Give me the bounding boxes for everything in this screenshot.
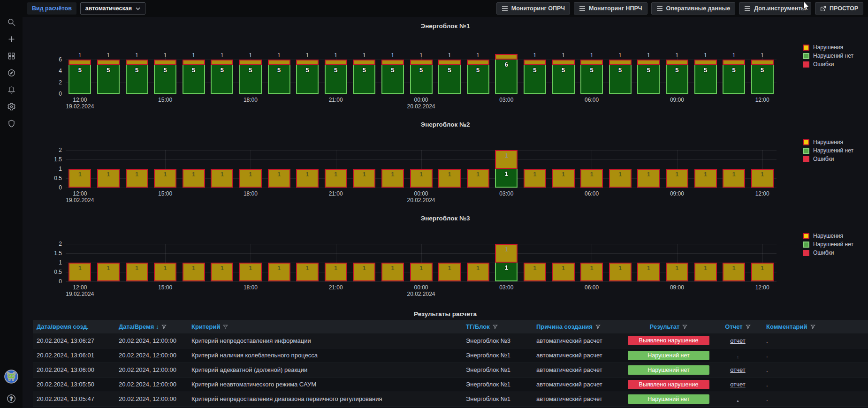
filter-icon[interactable] — [161, 324, 167, 329]
search-icon[interactable] — [2, 17, 21, 27]
column-header[interactable]: Причина создания — [533, 320, 624, 333]
bar-segment-violation[interactable] — [694, 60, 717, 65]
bar-segment-violation[interactable] — [580, 60, 603, 65]
filter-icon[interactable] — [682, 324, 687, 329]
bar-segment-violation[interactable] — [495, 54, 518, 60]
bar-value-label: 1 — [126, 264, 148, 272]
bar-segment-violation[interactable] — [751, 60, 774, 65]
menu-icon — [656, 6, 663, 11]
bar-value-label: 1 — [580, 264, 603, 272]
help-icon[interactable]: ? — [2, 393, 21, 404]
filter-icon[interactable] — [493, 324, 498, 329]
filter-icon[interactable] — [746, 324, 751, 329]
panel-title: Результаты расчета — [23, 310, 868, 317]
bar-segment-violation[interactable] — [609, 60, 632, 65]
bar-segment-violation[interactable] — [381, 60, 404, 65]
bar-value-label: 1 — [410, 52, 433, 59]
column-header[interactable]: Комментарий — [762, 320, 868, 333]
dashboards-icon[interactable] — [2, 51, 21, 61]
report-link[interactable]: отчет — [730, 381, 745, 388]
x-axis-label: 09:00 — [661, 190, 693, 197]
legend-item[interactable]: Нарушения — [803, 44, 853, 51]
filter-icon[interactable] — [595, 324, 601, 329]
created-cell: 20.02.2024, 13:06:01 — [33, 348, 115, 363]
report-link[interactable]: отчет — [730, 337, 745, 344]
bar-segment-violation[interactable] — [296, 60, 319, 65]
x-axis-label: 15:00 — [149, 284, 182, 291]
bar-segment-violation[interactable] — [154, 60, 176, 65]
toolbar-button-operational-data[interactable]: Оперативные данные — [651, 2, 736, 15]
bar-segment-violation[interactable] — [723, 60, 745, 65]
legend-item[interactable]: Нарушений нет — [803, 53, 853, 59]
legend-label: Ошибки — [813, 61, 834, 68]
bar-value-label: 1 — [580, 171, 603, 178]
x-axis-label: 09:00 — [661, 97, 693, 103]
column-header[interactable]: Результат — [624, 320, 713, 333]
bar-segment-violation[interactable] — [353, 60, 375, 65]
bar-segment-violation[interactable] — [126, 60, 148, 65]
bar-value-label: 1 — [325, 264, 347, 272]
calculation-mode-select[interactable]: автоматическая — [80, 2, 145, 15]
filter-icon[interactable] — [810, 324, 815, 329]
bar-segment-violation[interactable] — [325, 60, 347, 65]
toolbar-button-extra-tools[interactable]: Доп.инструменты — [739, 2, 811, 15]
svg-text:?: ? — [10, 396, 13, 401]
bar-segment-violation[interactable] — [211, 60, 233, 65]
bar-segment-violation[interactable] — [637, 60, 660, 65]
bar-segment-violation[interactable] — [97, 60, 120, 65]
legend-item[interactable]: Ошибки — [803, 61, 853, 68]
y-axis-label: 4 — [42, 68, 62, 74]
legend-item[interactable]: Нарушения — [803, 139, 853, 145]
view-calculations-link[interactable]: Вид расчётов — [27, 2, 76, 15]
toolbar-button-monitoring-nprch[interactable]: Мониторинг НПРЧ — [574, 2, 647, 15]
reason-cell: автоматический расчет — [533, 333, 624, 348]
bar-segment-violation[interactable] — [268, 60, 290, 65]
legend-item[interactable]: Ошибки — [803, 156, 853, 162]
bar-value-label: 5 — [381, 67, 404, 74]
x-axis-label: 15:00 — [149, 190, 182, 197]
bar-value-label: 1 — [126, 171, 148, 178]
legend-item[interactable]: Ошибки — [803, 249, 853, 256]
column-header[interactable]: Критерий — [188, 320, 462, 333]
bar-segment-violation[interactable] — [438, 60, 461, 65]
filter-icon[interactable] — [223, 324, 228, 329]
admin-shield-icon[interactable] — [2, 118, 21, 128]
bar-segment-violation[interactable] — [552, 60, 575, 65]
legend-item[interactable]: Нарушений нет — [803, 241, 853, 248]
bar-segment-violation[interactable] — [410, 60, 433, 65]
bar-value-label: 1 — [69, 52, 91, 59]
bar-segment-violation[interactable] — [467, 60, 489, 65]
explore-icon[interactable] — [2, 68, 21, 78]
result-cell: Выявлено нарушение — [624, 377, 713, 392]
report-link[interactable]: . — [737, 395, 739, 402]
y-axis-label: 0 — [42, 91, 62, 97]
alerts-icon[interactable] — [2, 84, 21, 95]
bar-segment-violation[interactable] — [183, 60, 205, 65]
bar-value-label: 5 — [609, 67, 632, 74]
toolbar-button-monitoring-oprch[interactable]: Мониторинг ОПРЧ — [496, 2, 570, 15]
user-avatar[interactable] — [2, 370, 21, 384]
toolbar-button-prostor[interactable]: ПРОСТОР — [815, 2, 863, 15]
add-icon[interactable] — [2, 34, 21, 44]
bar-segment-violation[interactable] — [524, 60, 546, 65]
y-axis-label: 2 — [42, 147, 62, 153]
bar-value-label: 1 — [495, 170, 518, 177]
legend-item[interactable]: Нарушений нет — [803, 147, 853, 154]
panel-title: Энергоблок №2 — [23, 121, 868, 128]
column-header[interactable]: Дата/время созд. — [33, 320, 115, 333]
legend-item[interactable]: Нарушения — [803, 233, 853, 239]
bar-value-label: 5 — [353, 67, 375, 74]
report-link[interactable]: отчет — [730, 366, 745, 373]
column-header[interactable]: Дата/Время ↓ — [115, 320, 188, 333]
report-link[interactable]: . — [737, 352, 739, 359]
bar-segment-violation[interactable] — [69, 60, 91, 65]
column-header[interactable]: ТГ/Блок — [462, 320, 533, 333]
settings-icon[interactable] — [2, 101, 21, 112]
bar-segment-violation[interactable] — [239, 60, 262, 65]
bar-value-label: 1 — [154, 171, 176, 178]
column-header[interactable]: Отчет — [713, 320, 762, 333]
chart-panel-energoblok-1: Энергоблок №1 024612:0015:0018:0021:0000… — [23, 17, 868, 108]
bar-segment-violation[interactable] — [666, 60, 688, 65]
table-row: 20.02.2024, 13:06:0020.02.2024, 12:00:00… — [33, 363, 868, 377]
bar-value-label: 1 — [637, 171, 660, 178]
